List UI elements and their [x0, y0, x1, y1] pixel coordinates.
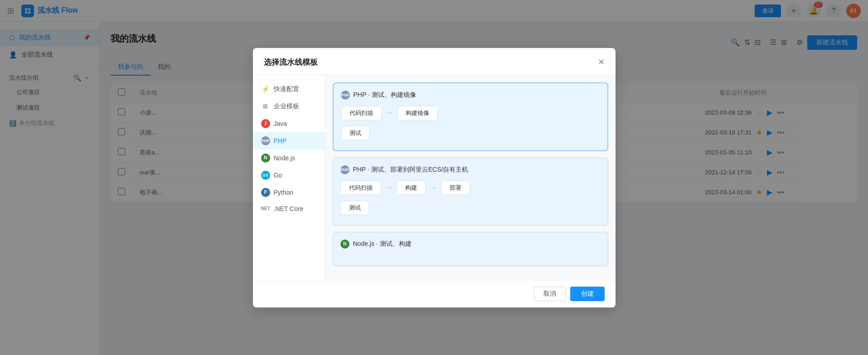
flow-row-3: 代码扫描 → 构建 → 部署: [340, 181, 470, 195]
template-modal: 选择流水线模板 ✕ ⚡ 快速配置 ⊞ 企业模板 J Java PHP: [253, 48, 616, 307]
node-test-2: 测试: [340, 201, 369, 215]
template-card-php-build-body: 代码扫描 → 构建镜像 测试: [341, 106, 600, 143]
node-code-scan-2: 代码扫描: [340, 181, 381, 195]
flow-row-1: 代码扫描 → 构建镜像: [341, 106, 438, 120]
modal-header: 选择流水线模板 ✕: [253, 48, 616, 75]
modal-sidebar-item-go[interactable]: GO Go: [253, 167, 325, 184]
flow-row-4: 测试: [340, 201, 470, 215]
nodejs-icon: N: [261, 154, 270, 163]
node-deploy: 部署: [441, 181, 470, 195]
template-card-php-build-header: PHP PHP · 测试、构建镜像: [341, 91, 600, 100]
modal-sidebar-item-java[interactable]: J Java: [253, 115, 325, 132]
modal-sidebar-item-nodejs[interactable]: N Node.js: [253, 149, 325, 167]
modal-content-area: PHP PHP · 测试、构建镜像 代码扫描 → 构建镜像 测试: [325, 75, 616, 280]
node-code-scan-1: 代码扫描: [341, 106, 382, 120]
flow-row-2: 测试: [341, 126, 438, 140]
template-card-php-deploy-body: 代码扫描 → 构建 → 部署 测试: [340, 181, 601, 218]
modal-sidebar-item-enterprise[interactable]: ⊞ 企业模板: [253, 98, 325, 115]
python-icon: P: [261, 188, 270, 197]
php-tag-1: PHP: [341, 91, 350, 100]
template-card-nodejs-header: N Node.js · 测试、构建: [340, 240, 601, 249]
arrow-3: →: [429, 183, 437, 192]
dotnet-label: NET: [261, 206, 270, 211]
nodejs-tag: N: [340, 240, 349, 249]
arrow-2: →: [385, 183, 393, 192]
template-card-php-deploy-header: PHP PHP · 测试、部署到阿里云ECS/自有主机: [340, 165, 601, 174]
modal-footer: 取消 创建: [253, 280, 616, 307]
go-icon: GO: [261, 171, 270, 180]
node-build-image: 构建镜像: [397, 106, 438, 120]
node-build-2: 构建: [397, 181, 426, 195]
php-tag-2: PHP: [340, 165, 349, 174]
cancel-button[interactable]: 取消: [534, 287, 566, 301]
quick-icon: ⚡: [261, 85, 270, 94]
modal-sidebar: ⚡ 快速配置 ⊞ 企业模板 J Java PHP PHP N Node.js: [253, 75, 325, 280]
template-card-nodejs[interactable]: N Node.js · 测试、构建: [333, 232, 608, 266]
arrow-1: →: [385, 108, 393, 118]
modal-overlay[interactable]: 选择流水线模板 ✕ ⚡ 快速配置 ⊞ 企业模板 J Java PHP: [0, 0, 868, 355]
modal-sidebar-item-dotnet[interactable]: NET .NET Core: [253, 201, 325, 216]
template-card-php-build[interactable]: PHP PHP · 测试、构建镜像 代码扫描 → 构建镜像 测试: [333, 82, 608, 151]
template-card-php-deploy[interactable]: PHP PHP · 测试、部署到阿里云ECS/自有主机 代码扫描 → 构建 → …: [333, 158, 608, 225]
enterprise-icon: ⊞: [261, 102, 270, 111]
modal-sidebar-item-quick[interactable]: ⚡ 快速配置: [253, 81, 325, 98]
modal-sidebar-item-php[interactable]: PHP PHP: [253, 132, 325, 149]
create-button[interactable]: 创建: [570, 287, 605, 301]
modal-sidebar-item-python[interactable]: P Python: [253, 184, 325, 201]
java-icon: J: [261, 119, 270, 128]
php-icon: PHP: [261, 136, 270, 145]
modal-body: ⚡ 快速配置 ⊞ 企业模板 J Java PHP PHP N Node.js: [253, 75, 616, 280]
modal-title: 选择流水线模板: [264, 57, 318, 67]
node-test-1: 测试: [341, 126, 370, 140]
modal-close-button[interactable]: ✕: [598, 58, 605, 66]
